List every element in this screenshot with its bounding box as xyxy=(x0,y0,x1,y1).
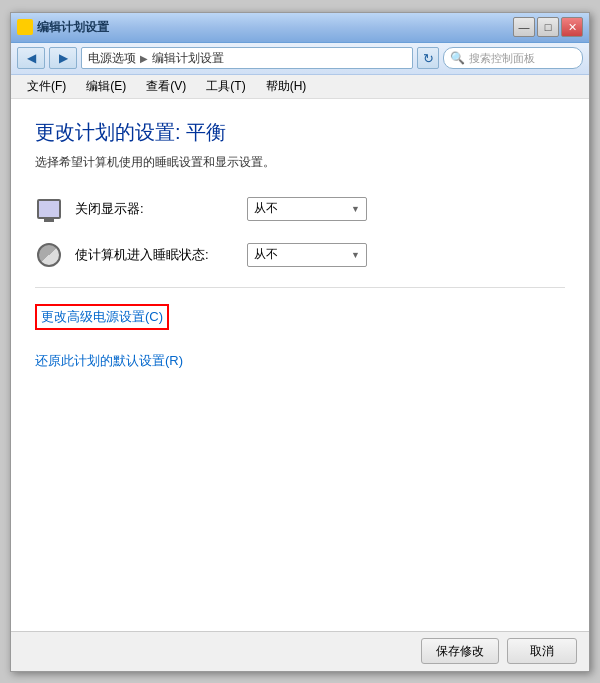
display-off-dropdown-wrapper: 从不 ▼ xyxy=(247,197,367,221)
display-off-label: 关闭显示器: xyxy=(75,200,235,218)
menu-file[interactable]: 文件(F) xyxy=(19,76,74,97)
title-bar: 编辑计划设置 — □ ✕ xyxy=(11,13,589,43)
sleep-dropdown[interactable]: 从不 ▼ xyxy=(247,243,367,267)
sleep-value: 从不 xyxy=(254,246,278,263)
sleep-label: 使计算机进入睡眠状态: xyxy=(75,246,235,264)
chevron-down-icon: ▼ xyxy=(351,204,360,214)
separator xyxy=(35,287,565,288)
address-bar: ◀ ▶ 电源选项 ▶ 编辑计划设置 ↻ 🔍 搜索控制面板 xyxy=(11,43,589,75)
back-button[interactable]: ◀ xyxy=(17,47,45,69)
monitor-icon-wrapper xyxy=(35,195,63,223)
page-subtitle: 选择希望计算机使用的睡眠设置和显示设置。 xyxy=(35,154,565,171)
cancel-button[interactable]: 取消 xyxy=(507,638,577,664)
chevron-down-icon-2: ▼ xyxy=(351,250,360,260)
title-bar-left: 编辑计划设置 xyxy=(17,19,109,36)
footer-bar: 保存修改 取消 xyxy=(11,631,589,671)
menu-help[interactable]: 帮助(H) xyxy=(258,76,315,97)
page-title: 更改计划的设置: 平衡 xyxy=(35,119,565,146)
search-placeholder: 搜索控制面板 xyxy=(469,51,535,66)
refresh-button[interactable]: ↻ xyxy=(417,47,439,69)
save-button[interactable]: 保存修改 xyxy=(421,638,499,664)
sleep-row: 使计算机进入睡眠状态: 从不 ▼ xyxy=(35,241,565,269)
main-window: 编辑计划设置 — □ ✕ ◀ ▶ 电源选项 ▶ 编辑计划设置 ↻ 🔍 搜索控制面… xyxy=(10,12,590,672)
menu-view[interactable]: 查看(V) xyxy=(138,76,194,97)
menu-bar: 文件(F) 编辑(E) 查看(V) 工具(T) 帮助(H) xyxy=(11,75,589,99)
breadcrumb-arrow: ▶ xyxy=(140,53,148,64)
display-off-value: 从不 xyxy=(254,200,278,217)
minimize-button[interactable]: — xyxy=(513,17,535,37)
search-icon: 🔍 xyxy=(450,51,465,65)
close-button[interactable]: ✕ xyxy=(561,17,583,37)
display-off-row: 关闭显示器: 从不 ▼ xyxy=(35,195,565,223)
sleep-icon xyxy=(37,243,61,267)
menu-tools[interactable]: 工具(T) xyxy=(198,76,253,97)
window-title: 编辑计划设置 xyxy=(37,19,109,36)
sleep-dropdown-wrapper: 从不 ▼ xyxy=(247,243,367,267)
sleep-icon-wrapper xyxy=(35,241,63,269)
display-off-dropdown[interactable]: 从不 ▼ xyxy=(247,197,367,221)
content-area: 更改计划的设置: 平衡 选择希望计算机使用的睡眠设置和显示设置。 关闭显示器: … xyxy=(11,99,589,631)
breadcrumb-item-1: 电源选项 xyxy=(88,50,136,67)
window-icon xyxy=(17,19,33,35)
restore-defaults-link[interactable]: 还原此计划的默认设置(R) xyxy=(35,352,183,370)
address-breadcrumb[interactable]: 电源选项 ▶ 编辑计划设置 xyxy=(81,47,413,69)
monitor-icon xyxy=(37,199,61,219)
title-bar-controls: — □ ✕ xyxy=(513,17,583,37)
search-box[interactable]: 🔍 搜索控制面板 xyxy=(443,47,583,69)
forward-button[interactable]: ▶ xyxy=(49,47,77,69)
maximize-button[interactable]: □ xyxy=(537,17,559,37)
breadcrumb-item-2: 编辑计划设置 xyxy=(152,50,224,67)
advanced-power-settings-link[interactable]: 更改高级电源设置(C) xyxy=(35,304,169,330)
menu-edit[interactable]: 编辑(E) xyxy=(78,76,134,97)
